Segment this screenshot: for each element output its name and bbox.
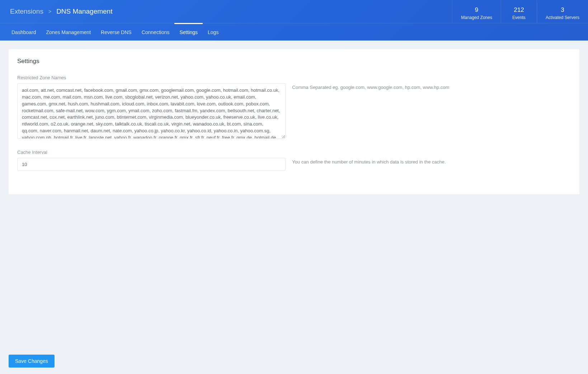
breadcrumb-current: DNS Management: [56, 8, 112, 15]
tab-settings[interactable]: Settings: [174, 23, 203, 40]
field-row: You can define the number of minutes in …: [17, 158, 571, 171]
cache-interval-label: Cache Interval: [17, 150, 571, 155]
restricted-zones-input[interactable]: [17, 83, 286, 139]
app-header: Extensions > DNS Management 9 Managed Zo…: [0, 0, 588, 41]
chevron-right-icon: >: [48, 9, 51, 14]
stat-activated-servers[interactable]: 3 Activated Servers: [537, 0, 588, 23]
stat-value: 9: [461, 6, 492, 14]
stat-label: Events: [510, 15, 528, 20]
cache-interval-help: You can define the number of minutes in …: [292, 158, 571, 165]
tab-zones-management[interactable]: Zones Management: [41, 23, 96, 40]
input-wrap: [17, 158, 286, 171]
restricted-zones-label: Restricted Zone Names: [17, 75, 571, 80]
nav-tabs: Dashboard Zones Management Reverse DNS C…: [0, 23, 588, 41]
stat-value: 3: [546, 6, 579, 14]
stat-managed-zones[interactable]: 9 Managed Zones: [452, 0, 501, 23]
main-content: Settings Restricted Zone Names Comma Sep…: [0, 41, 588, 203]
field-row: Comma Separated eg. google.com, www.goog…: [17, 83, 571, 140]
input-wrap: [17, 83, 286, 140]
stat-label: Managed Zones: [461, 15, 492, 20]
settings-card: Settings Restricted Zone Names Comma Sep…: [9, 49, 579, 194]
breadcrumb-parent[interactable]: Extensions: [10, 8, 43, 15]
header-stats: 9 Managed Zones 212 Events 3 Activated S…: [452, 0, 588, 23]
field-cache-interval: Cache Interval You can define the number…: [17, 150, 571, 171]
page-title: Settings: [17, 58, 571, 65]
tab-dashboard[interactable]: Dashboard: [6, 23, 41, 40]
save-button[interactable]: Save Changes: [9, 355, 55, 368]
tab-connections[interactable]: Connections: [137, 23, 175, 40]
field-restricted-zones: Restricted Zone Names Comma Separated eg…: [17, 75, 571, 140]
footer-actions: Save Changes: [9, 355, 55, 368]
stat-events[interactable]: 212 Events: [501, 0, 537, 23]
stat-label: Activated Servers: [546, 15, 579, 20]
tab-logs[interactable]: Logs: [203, 23, 224, 40]
restricted-zones-help: Comma Separated eg. google.com, www.goog…: [292, 83, 571, 90]
breadcrumb: Extensions > DNS Management: [0, 0, 112, 23]
stat-value: 212: [510, 6, 528, 14]
header-top-row: Extensions > DNS Management 9 Managed Zo…: [0, 0, 588, 23]
cache-interval-input[interactable]: [17, 158, 286, 171]
tab-reverse-dns[interactable]: Reverse DNS: [96, 23, 137, 40]
